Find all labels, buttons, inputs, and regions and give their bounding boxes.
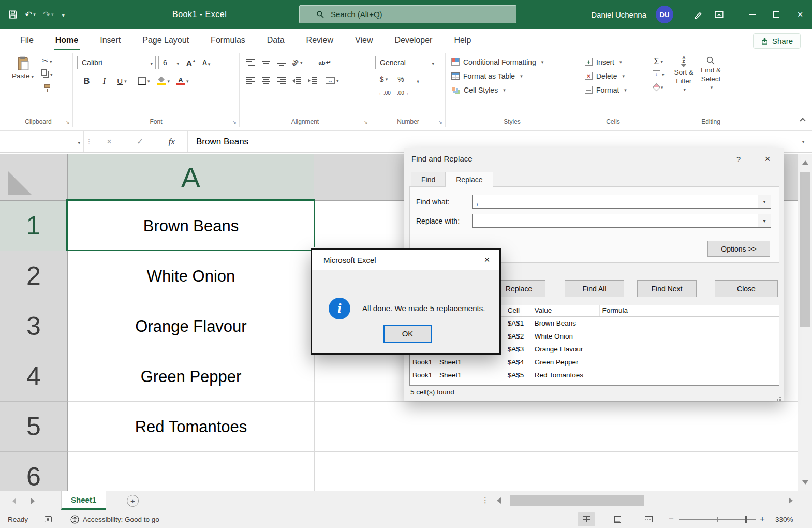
delete-cells-button[interactable]: Delete <box>583 69 628 83</box>
header-formula[interactable]: Formula <box>600 305 779 316</box>
expand-formula-bar-button[interactable]: ▾ <box>794 131 812 152</box>
customize-qat-button[interactable]: ▾ <box>61 11 65 19</box>
cell-a6[interactable] <box>68 452 314 491</box>
dialog-help-button[interactable]: ? <box>731 152 746 166</box>
formula-bar-splitter[interactable]: ⋮ <box>84 131 94 152</box>
tab-formulas[interactable]: Formulas <box>200 29 256 52</box>
font-size-combo[interactable]: 6 <box>158 56 182 69</box>
decrease-font-size-button[interactable]: A▼ <box>200 56 213 69</box>
align-left-button[interactable] <box>244 74 257 87</box>
undo-button[interactable]: ↶▾ <box>25 9 36 20</box>
bottom-align-button[interactable] <box>275 56 288 69</box>
insert-cells-button[interactable]: Insert <box>583 55 628 69</box>
view-normal-button[interactable] <box>578 510 595 528</box>
resize-grip[interactable] <box>779 397 781 398</box>
cell-a5[interactable]: Red Tomantoes <box>68 402 314 452</box>
row-header-2[interactable]: 2 <box>0 251 68 301</box>
cell-a4[interactable]: Green Pepper <box>68 351 314 402</box>
wrap-text-button[interactable]: ab↩ <box>318 56 332 69</box>
decrease-indent-button[interactable] <box>290 74 303 87</box>
align-right-button[interactable] <box>275 74 288 87</box>
select-all-corner[interactable] <box>0 154 68 201</box>
clipboard-dialog-launcher[interactable]: ↘ <box>66 119 70 125</box>
row-header-6[interactable]: 6 <box>0 452 68 491</box>
scroll-right-icon[interactable] <box>789 497 793 504</box>
avatar[interactable]: DU <box>656 6 673 23</box>
percent-style-button[interactable]: % <box>394 72 407 85</box>
tab-review[interactable]: Review <box>296 29 344 52</box>
row-header-3[interactable]: 3 <box>0 301 68 351</box>
alignment-dialog-launcher[interactable]: ↘ <box>364 119 368 125</box>
row-header-1[interactable]: 1 <box>0 201 68 251</box>
redo-button[interactable]: ↷▾ <box>43 9 54 20</box>
find-next-button[interactable]: Find Next <box>637 280 697 297</box>
merge-center-button[interactable]: ↔ <box>324 74 340 87</box>
tab-insert[interactable]: Insert <box>89 29 131 52</box>
sheet-tab-sheet1[interactable]: Sheet1 <box>61 491 106 510</box>
number-format-combo[interactable]: General <box>375 56 437 69</box>
underline-button[interactable]: U <box>115 75 128 87</box>
find-select-button[interactable]: Find & Select <box>697 54 725 116</box>
find-all-button[interactable]: Find All <box>565 280 624 297</box>
copy-button[interactable] <box>40 67 54 80</box>
sheet-nav-right-icon[interactable] <box>31 498 35 504</box>
zoom-slider[interactable] <box>679 519 756 520</box>
ink-button[interactable] <box>688 0 708 29</box>
macro-record-button[interactable] <box>45 510 52 528</box>
result-row-5[interactable]: Book1 Sheet1 $A$5 Red Tomantoes <box>410 369 779 382</box>
horizontal-scrollbar-thumb[interactable] <box>510 495 644 506</box>
insert-function-button[interactable]: fx <box>169 137 175 147</box>
accessibility-checker[interactable]: Accessibility: Good to go <box>70 510 159 528</box>
scroll-down-icon[interactable] <box>802 480 808 485</box>
cut-button[interactable]: ✂ <box>40 54 54 67</box>
find-what-dropdown-button[interactable]: ▾ <box>758 195 771 208</box>
column-header-a[interactable]: A <box>68 154 314 201</box>
collapse-ribbon-button[interactable] <box>800 118 805 123</box>
tab-view[interactable]: View <box>344 29 383 52</box>
decrease-decimal-button[interactable]: .00→ <box>396 86 410 99</box>
increase-indent-button[interactable] <box>306 74 319 87</box>
cancel-entry-button[interactable]: × <box>107 137 111 146</box>
borders-button[interactable] <box>137 75 151 87</box>
view-page-layout-button[interactable] <box>609 510 626 528</box>
format-painter-button[interactable] <box>40 80 54 93</box>
tab-find[interactable]: Find <box>411 172 446 187</box>
tab-data[interactable]: Data <box>256 29 296 52</box>
close-button[interactable]: × <box>788 0 812 29</box>
increase-font-size-button[interactable]: A▲ <box>185 56 198 69</box>
accounting-format-button[interactable]: $ <box>377 72 390 85</box>
tab-help[interactable]: Help <box>443 29 482 52</box>
minimize-button[interactable] <box>741 0 764 29</box>
comma-style-button[interactable]: , <box>411 72 424 85</box>
replace-with-input[interactable]: ▾ <box>472 214 771 228</box>
center-button[interactable] <box>259 74 272 87</box>
tab-developer[interactable]: Developer <box>383 29 443 52</box>
format-cells-button[interactable]: Format <box>583 83 628 97</box>
fill-button[interactable] <box>652 68 666 81</box>
ok-button[interactable]: OK <box>383 325 432 343</box>
paste-button[interactable]: Paste <box>8 54 37 116</box>
vertical-scrollbar[interactable] <box>798 154 812 491</box>
result-row-4[interactable]: Book1 Sheet1 $A$4 Green Pepper <box>410 356 779 369</box>
tab-page-layout[interactable]: Page Layout <box>131 29 200 52</box>
scroll-up-icon[interactable] <box>802 160 808 165</box>
share-button[interactable]: Share <box>753 33 801 49</box>
font-dialog-launcher[interactable]: ↘ <box>232 119 237 125</box>
conditional-formatting-button[interactable]: Conditional Formatting <box>450 55 545 69</box>
vertical-scrollbar-thumb[interactable] <box>800 172 810 327</box>
cell-a1[interactable]: Brown Beans <box>68 201 314 251</box>
cell-a3[interactable]: Orange Flavour <box>68 301 314 351</box>
tab-file[interactable]: File <box>9 29 45 52</box>
cell-styles-button[interactable]: Cell Styles <box>450 83 545 97</box>
add-sheet-button[interactable]: + <box>127 495 139 507</box>
search-input[interactable]: Search (Alt+Q) <box>299 5 516 23</box>
horizontal-scrollbar[interactable] <box>493 493 797 508</box>
orientation-button[interactable]: ab <box>290 56 304 69</box>
row-header-4[interactable]: 4 <box>0 351 68 402</box>
find-what-input[interactable]: , ▾ <box>472 195 771 209</box>
bold-button[interactable]: B <box>80 75 93 87</box>
save-button[interactable] <box>8 10 18 19</box>
ribbon-display-options-button[interactable] <box>708 0 729 29</box>
header-value[interactable]: Value <box>532 305 600 316</box>
tab-bar-handle[interactable]: ⋮ <box>481 495 489 505</box>
